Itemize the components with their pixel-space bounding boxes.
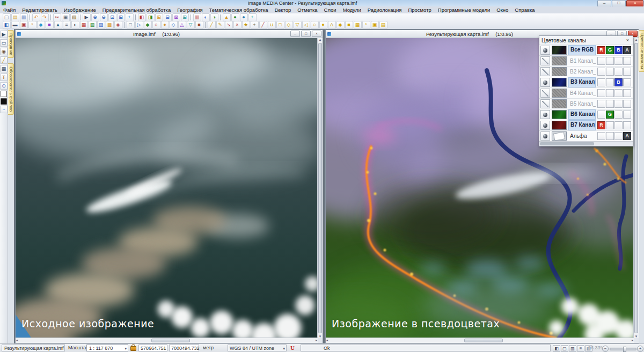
zoom-out-button[interactable]: − bbox=[602, 346, 609, 352]
visibility-off-icon[interactable] bbox=[540, 89, 550, 98]
zoom-slider-thumb[interactable] bbox=[623, 347, 626, 352]
vector-ellipse-icon[interactable]: ○ bbox=[311, 21, 319, 29]
scroll-right-icon[interactable]: ▸ bbox=[632, 338, 633, 342]
channel-thumbnail[interactable] bbox=[552, 121, 567, 130]
horizontal-scrollbar[interactable]: ◂ ▸ bbox=[16, 338, 318, 343]
color-channels-header[interactable]: Цветовые каналы × bbox=[539, 36, 633, 45]
channel-badge-empty[interactable] bbox=[606, 89, 614, 97]
vector-pencil-icon[interactable]: ✎ bbox=[216, 21, 224, 29]
channel-name[interactable]: B3 Канал_3 bbox=[568, 77, 596, 87]
vector-arc-icon[interactable]: ∪ bbox=[268, 21, 276, 29]
channel-badge-empty[interactable] bbox=[614, 121, 623, 129]
vertical-scrollbar[interactable]: ▲ ▼ bbox=[633, 38, 639, 338]
scroll-thumb[interactable] bbox=[540, 142, 594, 145]
marquee-tool[interactable]: ▭ bbox=[0, 39, 8, 47]
channel-badge-empty[interactable] bbox=[623, 121, 631, 129]
window-source-titlebar[interactable]: Image.imf (1:0.96) – □ × bbox=[16, 30, 323, 38]
scroll-left-icon[interactable]: ◂ bbox=[326, 338, 328, 342]
channel-badge-B[interactable]: B bbox=[614, 46, 623, 54]
channel-name[interactable]: B1 Канал_1 bbox=[568, 56, 596, 65]
channel-name[interactable]: B2 Канал_2 bbox=[568, 67, 596, 76]
fg-color-swatch[interactable] bbox=[1, 91, 7, 97]
dot-tool-icon[interactable]: ● bbox=[161, 21, 169, 29]
channel-badge-empty[interactable] bbox=[597, 57, 605, 65]
window-restore-button[interactable]: □ bbox=[301, 31, 311, 37]
globe-blue-icon[interactable]: ● bbox=[240, 13, 248, 21]
horizontal-scrollbar[interactable]: ◂ ▸ bbox=[326, 338, 634, 343]
view-list-button[interactable]: ≡ bbox=[577, 345, 584, 352]
tile-horizontal-icon[interactable]: ◧ bbox=[138, 13, 146, 21]
view-single-button[interactable]: ◧ bbox=[553, 345, 560, 352]
channel-badge-empty[interactable] bbox=[597, 132, 605, 140]
visibility-on-icon[interactable] bbox=[540, 121, 550, 130]
zoom-in-button[interactable]: + bbox=[637, 346, 643, 352]
legend-icon[interactable]: ≡ bbox=[63, 21, 71, 29]
copy-icon[interactable]: ▣ bbox=[62, 13, 70, 21]
sync-views-icon[interactable]: ⊞ bbox=[181, 13, 189, 21]
channel-thumbnail[interactable] bbox=[552, 78, 567, 87]
circle-tool-icon[interactable]: ○ bbox=[152, 21, 160, 29]
visibility-off-icon[interactable] bbox=[540, 56, 550, 65]
play-icon[interactable]: ▷ bbox=[135, 21, 143, 29]
channel-badge-empty[interactable] bbox=[597, 100, 605, 108]
crs-selector[interactable]: ▾WGS 84 / UTM zone 49N bbox=[228, 344, 287, 351]
menu-item[interactable]: География bbox=[174, 6, 206, 13]
channel-badge-empty[interactable] bbox=[614, 132, 623, 140]
triangle-up-tool-icon[interactable]: △ bbox=[178, 21, 186, 29]
channel-badge-empty[interactable] bbox=[597, 89, 605, 97]
scroll-thumb[interactable] bbox=[151, 339, 190, 342]
tile-vertical-icon[interactable]: ◨ bbox=[147, 13, 155, 21]
menu-item[interactable]: Редактировать bbox=[19, 6, 61, 13]
channel-badge-empty[interactable] bbox=[614, 68, 623, 76]
channel-thumbnail[interactable] bbox=[552, 89, 567, 98]
channel-badge-empty[interactable] bbox=[606, 100, 614, 108]
vector-rect-icon[interactable]: □ bbox=[276, 21, 284, 29]
menu-item[interactable]: Тематическая обработка bbox=[206, 6, 272, 13]
zoom-in-icon[interactable]: ⊕ bbox=[91, 13, 99, 21]
channel-name[interactable]: B6 Канал_6 bbox=[568, 109, 596, 120]
channel-thumbnail[interactable] bbox=[552, 99, 567, 108]
zoom-out-icon[interactable]: ⊖ bbox=[100, 13, 108, 21]
pan-tool[interactable]: ◉ bbox=[0, 48, 8, 55]
channel-name[interactable]: B7 Канал_7 bbox=[568, 120, 596, 130]
minimize-button[interactable]: – bbox=[597, 0, 611, 7]
paste-icon[interactable]: ▨ bbox=[70, 13, 78, 21]
zoom-window-icon[interactable]: ⊡ bbox=[108, 13, 116, 21]
vector-grid-icon[interactable]: ▦ bbox=[354, 21, 362, 29]
north-arrow-icon[interactable]: ▲ bbox=[223, 13, 231, 21]
vector-tri-left-icon[interactable]: ◁ bbox=[302, 21, 310, 29]
vector-square-fill-icon[interactable]: ■ bbox=[345, 21, 353, 29]
channel-thumbnail[interactable] bbox=[552, 110, 567, 119]
open-file-icon[interactable]: ▤ bbox=[11, 13, 19, 21]
pointer-tool[interactable]: ▶ bbox=[0, 31, 8, 38]
vector-end-icon[interactable]: ▤ bbox=[379, 21, 387, 29]
vector-burst-icon[interactable]: * bbox=[362, 21, 370, 29]
crop-icon[interactable]: ▣ bbox=[20, 21, 28, 29]
palette-dots[interactable]: ∙∙ bbox=[0, 106, 8, 113]
channel-badge-B[interactable]: B bbox=[614, 78, 623, 86]
scroll-left-icon[interactable]: ◂ bbox=[16, 338, 18, 342]
scroll-up-icon[interactable]: ▲ bbox=[318, 38, 323, 41]
menu-item[interactable]: Модули bbox=[340, 6, 364, 13]
channel-badge-empty[interactable] bbox=[606, 121, 614, 129]
vertical-scrollbar[interactable]: ▲ ▼ bbox=[317, 38, 323, 338]
vector-star-icon[interactable]: ★ bbox=[242, 21, 250, 29]
diamond-tool-icon[interactable]: ◇ bbox=[170, 21, 178, 29]
visibility-on-icon[interactable] bbox=[540, 110, 550, 119]
coordinate-x-field[interactable]: 578664.751 bbox=[138, 344, 167, 351]
channel-badge-empty[interactable] bbox=[623, 100, 631, 108]
select-arrow-icon[interactable]: ▶ bbox=[83, 13, 91, 21]
line-tool[interactable]: ╱ bbox=[0, 56, 8, 64]
tile-grid-icon[interactable]: ⊞ bbox=[155, 13, 163, 21]
redo-icon[interactable]: ↷ bbox=[41, 13, 49, 21]
channel-badge-empty[interactable] bbox=[606, 57, 614, 65]
vector-line-icon[interactable]: ╱ bbox=[208, 21, 216, 29]
visibility-off-icon[interactable] bbox=[540, 99, 550, 108]
view-split-button[interactable]: ▢ bbox=[561, 345, 568, 352]
frame-select-icon[interactable]: □ bbox=[127, 21, 135, 29]
channel-name[interactable]: B5 Канал_5 bbox=[568, 99, 596, 108]
channel-badge-A[interactable]: A bbox=[623, 46, 631, 54]
grid-green-icon[interactable]: ▧ bbox=[89, 21, 97, 29]
vector-circle-icon[interactable]: ● bbox=[319, 21, 327, 29]
restore-button[interactable]: □ bbox=[612, 0, 626, 7]
